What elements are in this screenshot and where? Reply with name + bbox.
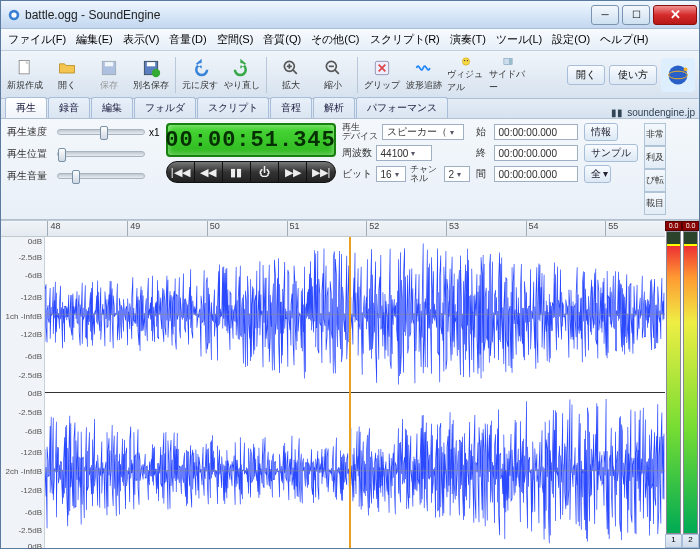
menu-other[interactable]: その他(C) <box>306 29 364 50</box>
time-ruler[interactable]: 48 49 50 51 52 53 54 55 <box>1 221 665 237</box>
app-icon <box>7 8 21 22</box>
svg-point-7 <box>152 68 160 76</box>
tab-pitch[interactable]: 音程 <box>270 97 312 118</box>
visual-button[interactable]: ヴィジュアル <box>446 55 486 95</box>
meter-right <box>683 231 698 534</box>
titlebar: battle.ogg - SoundEngine ─ ☐ ✕ <box>1 1 699 29</box>
sidetab-1[interactable]: 利及 <box>644 146 666 169</box>
speed-label: 再生速度 <box>7 125 53 139</box>
bit-select[interactable]: 16 <box>376 166 406 182</box>
menu-script[interactable]: スクリプト(R) <box>365 29 445 50</box>
svg-rect-4 <box>105 62 113 66</box>
sample-button[interactable]: サンプル <box>584 144 638 162</box>
saveas-button[interactable]: 別名保存 <box>131 55 171 95</box>
info-button[interactable]: 情報 <box>584 123 618 141</box>
control-panel: 再生速度x1 再生位置 再生音量 00:00:51.345 |◀◀ ◀◀ ▮▮ … <box>1 119 699 220</box>
menu-tool[interactable]: ツール(L) <box>491 29 547 50</box>
menu-volume[interactable]: 音量(D) <box>164 29 211 50</box>
rewind-button[interactable]: ◀◀ <box>195 162 223 182</box>
menu-help[interactable]: ヘルプ(H) <box>595 29 653 50</box>
zoomout-button[interactable]: 縮小 <box>313 55 353 95</box>
tab-perf[interactable]: パフォーマンス <box>356 97 448 118</box>
meter-peak-l: 0.0 <box>665 221 682 231</box>
open-side-tab[interactable]: 開く <box>567 65 605 85</box>
site-label[interactable]: soundengine.jp <box>627 107 695 118</box>
tab-folder[interactable]: フォルダ <box>134 97 196 118</box>
waveform-tracks[interactable] <box>45 237 665 548</box>
skip-end-button[interactable]: ▶▶| <box>307 162 334 182</box>
open-button[interactable]: 開く <box>47 55 87 95</box>
ruler-tick: 48 <box>47 221 60 236</box>
sidetab-2[interactable]: び転 <box>644 169 666 192</box>
sidetab-0[interactable]: 非常 <box>644 123 666 146</box>
end-field[interactable]: 00:00:00.000 <box>494 145 578 161</box>
menu-view[interactable]: 表示(V) <box>118 29 165 50</box>
menu-file[interactable]: ファイル(F) <box>3 29 71 50</box>
start-field[interactable]: 00:00:00.000 <box>494 124 578 140</box>
svg-point-11 <box>462 57 469 64</box>
menu-play[interactable]: 演奏(T) <box>445 29 491 50</box>
pos-slider[interactable] <box>57 151 145 157</box>
freq-label: 周波数 <box>342 146 372 160</box>
timecode-display: 00:00:51.345 <box>166 123 336 157</box>
all-button[interactable]: 全 ▾ <box>584 165 612 183</box>
speed-slider[interactable] <box>57 129 145 135</box>
ch-label: チャン ネル <box>410 165 440 183</box>
device-select[interactable]: スピーカー（ <box>382 124 464 140</box>
subtabs: 再生 録音 編集 フォルダ スクリプト 音程 解析 パフォーマンス ▮▮ sou… <box>1 99 699 119</box>
logo-icon <box>661 58 695 92</box>
undo-button[interactable]: 元に戻す <box>180 55 220 95</box>
zoomin-button[interactable]: 拡大 <box>271 55 311 95</box>
minimize-button[interactable]: ─ <box>591 5 619 25</box>
menu-space[interactable]: 空間(S) <box>212 29 259 50</box>
pause-button[interactable]: ▮▮ <box>223 162 251 182</box>
tab-record[interactable]: 録音 <box>48 97 90 118</box>
pause-indicator-icon: ▮▮ <box>611 107 623 118</box>
ch-select[interactable]: 2 <box>444 166 470 182</box>
playhead-cursor[interactable] <box>349 237 351 548</box>
grip-button[interactable]: グリップ <box>362 55 402 95</box>
forward-button[interactable]: ▶▶ <box>279 162 307 182</box>
tab-play[interactable]: 再生 <box>5 97 47 118</box>
sidetab-3[interactable]: 載目 <box>644 192 666 215</box>
window-title: battle.ogg - SoundEngine <box>25 8 588 22</box>
ruler-tick: 53 <box>446 221 459 236</box>
new-button[interactable]: 新規作成 <box>5 55 45 95</box>
menu-settings[interactable]: 設定(O) <box>547 29 595 50</box>
ruler-tick: 54 <box>526 221 539 236</box>
meter-left <box>666 231 681 534</box>
device-label: 再生 デバイス <box>342 123 378 141</box>
maximize-button[interactable]: ☐ <box>622 5 650 25</box>
tab-script[interactable]: スクリプト <box>197 97 269 118</box>
db-gutter: 0dB -2.5dB -6dB -12dB 1ch -InfdB -12dB -… <box>1 237 45 548</box>
gap-field[interactable]: 00:00:00.000 <box>494 166 578 182</box>
freq-select[interactable]: 44100 <box>376 145 432 161</box>
tab-analyze[interactable]: 解析 <box>313 97 355 118</box>
tab-edit[interactable]: 編集 <box>91 97 133 118</box>
transport: |◀◀ ◀◀ ▮▮ ⏻ ▶▶ ▶▶| <box>166 161 336 183</box>
ruler-tick: 55 <box>605 221 618 236</box>
side-tabs: 非常 利及 び転 載目 <box>644 123 666 215</box>
howto-side-tab[interactable]: 使い方 <box>609 65 657 85</box>
skip-start-button[interactable]: |◀◀ <box>167 162 195 182</box>
bit-label: ビット <box>342 167 372 181</box>
pos-label: 再生位置 <box>7 147 53 161</box>
menu-quality[interactable]: 音質(Q) <box>258 29 306 50</box>
speed-value: x1 <box>149 127 160 138</box>
track-ch2 <box>45 393 665 549</box>
redo-button[interactable]: やり直し <box>222 55 262 95</box>
level-meters: 0.00.0 12 <box>665 221 699 548</box>
meter-btn-1[interactable]: 1 <box>665 534 682 548</box>
stop-button[interactable]: ⏻ <box>251 162 279 182</box>
meter-btn-2[interactable]: 2 <box>682 534 699 548</box>
sidebar-button[interactable]: サイドバー <box>488 55 528 95</box>
close-button[interactable]: ✕ <box>653 5 697 25</box>
wavetrack-button[interactable]: 波形追跡 <box>404 55 444 95</box>
save-button[interactable]: 保存 <box>89 55 129 95</box>
meter-channel-buttons: 12 <box>665 534 699 548</box>
meter-peak-r: 0.0 <box>682 221 699 231</box>
menu-edit[interactable]: 編集(E) <box>71 29 118 50</box>
svg-rect-15 <box>509 58 512 64</box>
vol-slider[interactable] <box>57 173 145 179</box>
ruler-tick: 52 <box>366 221 379 236</box>
